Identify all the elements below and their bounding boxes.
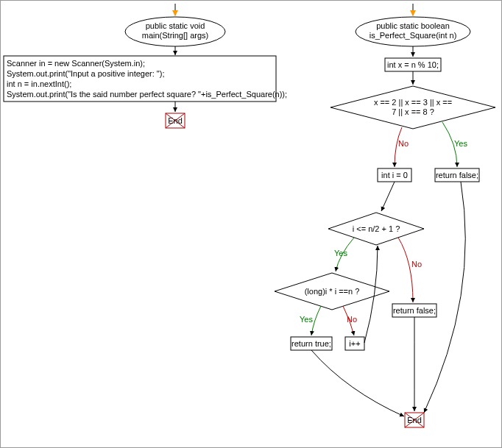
cond-square-no-label: No [347, 315, 357, 324]
cond-lastdigit-1: x == 2 || x == 3 || x == [374, 98, 452, 107]
func-signature-2: is_Perfect_Square(int n) [370, 31, 457, 40]
cond-square-yes-label: Yes [300, 315, 313, 324]
increment-text: i++ [349, 339, 360, 348]
cond-square-text: (long)i * i ==n ? [305, 287, 360, 296]
main-body-line1: Scanner in = new Scanner(System.in); [7, 59, 145, 68]
return-false2-text: return false; [393, 306, 436, 315]
main-body-line3: int n = in.nextInt(); [7, 79, 71, 88]
main-end-label: End [168, 116, 183, 125]
cond1-yes-label: Yes [454, 139, 467, 148]
func-end-label: End [407, 416, 422, 424]
svg-line-8 [381, 182, 395, 211]
cond-loop-text: i <= n/2 + 1 ? [353, 224, 400, 233]
cond-loop-no-label: No [411, 260, 422, 269]
main-signature-2: main(String[] args) [142, 31, 208, 40]
main-body-line2: System.out.print("Input a positive integ… [7, 69, 164, 78]
cond1-no-label: No [398, 139, 409, 148]
return-false1-text: return false; [436, 171, 478, 179]
main-body-line4: System.out.print("Is the said number per… [7, 90, 287, 99]
cond-lastdigit-2: 7 || x == 8 ? [392, 107, 434, 116]
decl-x-text: int x = n % 10; [387, 60, 439, 69]
return-true-text: return true; [291, 339, 331, 348]
main-signature-1: public static void [146, 21, 205, 30]
func-signature-1: public static boolean [376, 21, 450, 30]
cond-loop-yes-label: Yes [334, 249, 347, 257]
decl-i-text: int i = 0 [381, 171, 408, 179]
